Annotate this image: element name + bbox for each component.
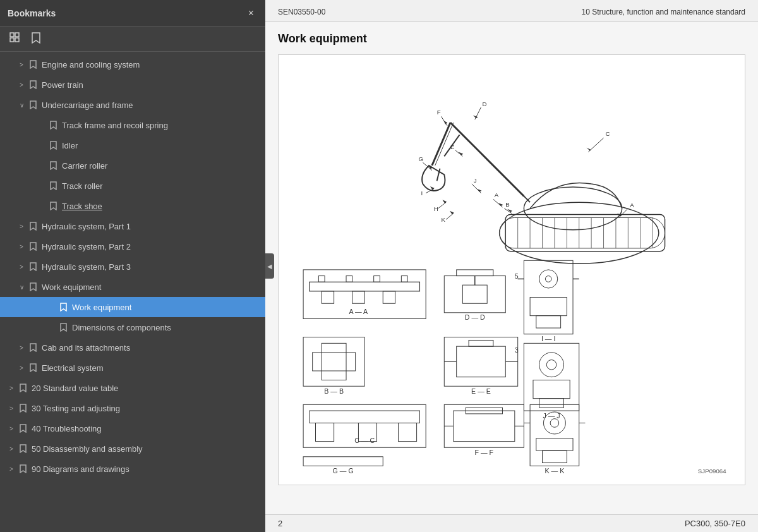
item-label: Idler — [62, 141, 260, 150]
toolbar — [0, 27, 265, 52]
item-label: Power train — [42, 80, 260, 90]
tree-item-undercarriage[interactable]: Undercarriage and frame — [0, 95, 265, 115]
svg-rect-106 — [310, 411, 420, 423]
grid-view-button[interactable] — [6, 30, 24, 47]
expand-arrow[interactable] — [16, 223, 27, 230]
item-label: Track roller — [62, 181, 260, 191]
item-label: 50 Disassembly and assembly — [32, 444, 260, 454]
tree-item-diagrams[interactable]: 90 Diagrams and drawings — [0, 459, 265, 479]
svg-marker-57 — [442, 200, 447, 203]
svg-text:B — B: B — B — [324, 387, 344, 395]
bookmark-icon — [18, 382, 28, 394]
svg-text:A — A: A — A — [349, 308, 369, 315]
tree-item-troubleshooting[interactable]: 40 Troubleshooting — [0, 418, 265, 438]
item-label: 90 Diagrams and drawings — [32, 464, 260, 474]
svg-rect-93 — [457, 346, 506, 377]
expand-arrow[interactable] — [16, 344, 27, 351]
svg-text:C — C: C — C — [354, 437, 375, 444]
item-label: 20 Standard value table — [32, 384, 260, 393]
section-bb: B — B — [303, 337, 364, 395]
tree-container[interactable]: Engine and cooling systemPower trainUnde… — [0, 52, 265, 532]
bookmark-icon — [48, 140, 58, 151]
svg-rect-69 — [318, 276, 325, 282]
item-label: Dimensions of components — [72, 323, 260, 332]
expand-arrow[interactable] — [16, 82, 27, 88]
panel-collapse-button[interactable]: ◀ — [265, 253, 274, 279]
tree-item-power-train[interactable]: Power train — [0, 75, 265, 95]
svg-rect-0 — [10, 33, 14, 37]
item-label: Work equipment — [72, 303, 260, 312]
expand-arrow[interactable] — [16, 365, 27, 372]
bookmarks-panel: Bookmarks × Engine and cooling systemP — [0, 0, 265, 532]
bookmark-tool-button[interactable] — [28, 30, 44, 47]
tree-item-idler[interactable]: Idler — [0, 135, 265, 155]
tree-item-dimensions[interactable]: Dimensions of components — [0, 317, 265, 337]
document-model: PC300, 350-7E0 — [685, 519, 745, 528]
bookmark-tool-icon — [31, 32, 41, 45]
bookmark-icon — [18, 443, 28, 454]
close-button[interactable]: × — [244, 6, 258, 20]
tree-item-carrier-roller[interactable]: Carrier roller — [0, 155, 265, 176]
expand-arrow[interactable] — [16, 263, 27, 270]
svg-line-25 — [481, 154, 530, 203]
bookmark-icon — [28, 261, 38, 272]
section-aa: A — A — [303, 270, 426, 319]
svg-text:F: F — [437, 109, 441, 116]
svg-rect-71 — [374, 276, 380, 282]
svg-rect-65 — [310, 282, 420, 291]
tree-item-disassembly[interactable]: 50 Disassembly and assembly — [0, 438, 265, 459]
tree-item-hydraulic-1[interactable]: Hydraulic system, Part 1 — [0, 216, 265, 236]
diagram-area: F D C G E — [278, 54, 745, 485]
tree-item-electrical[interactable]: Electrical system — [0, 358, 265, 378]
document-ref: SEN03550-00 — [278, 8, 325, 16]
expand-arrow[interactable] — [16, 102, 27, 109]
item-label: Work equipment — [42, 282, 260, 292]
tree-item-track-frame[interactable]: Track frame and recoil spring — [0, 115, 265, 135]
document-section: 10 Structure, function and maintenance s… — [582, 8, 746, 16]
svg-rect-3 — [15, 38, 19, 42]
tree-item-std-table[interactable]: 20 Standard value table — [0, 378, 265, 398]
svg-point-121 — [550, 419, 559, 428]
expand-arrow[interactable] — [6, 405, 16, 412]
svg-line-46 — [493, 199, 503, 207]
svg-marker-36 — [586, 148, 591, 151]
expand-arrow[interactable] — [16, 284, 27, 291]
svg-text:G — G: G — G — [333, 467, 354, 475]
svg-text:K — K: K — K — [545, 467, 565, 475]
tree-item-work-equipment-child[interactable]: Work equipment — [0, 297, 265, 317]
svg-point-100 — [539, 353, 564, 377]
expand-arrow[interactable] — [16, 61, 27, 68]
svg-text:C: C — [605, 130, 610, 137]
expand-arrow[interactable] — [6, 385, 16, 392]
tree-item-cab[interactable]: Cab and its attachments — [0, 337, 265, 358]
tree-item-track-roller[interactable]: Track roller — [0, 176, 265, 196]
section-jj: 3 J — J — [515, 343, 579, 419]
svg-rect-123 — [543, 450, 567, 462]
svg-text:D: D — [482, 100, 486, 107]
document-panel: SEN03550-00 10 Structure, function and m… — [265, 0, 758, 532]
svg-rect-109 — [399, 423, 417, 441]
tree-item-engine[interactable]: Engine and cooling system — [0, 54, 265, 75]
item-label: Hydraulic system, Part 2 — [42, 242, 260, 251]
tree-item-track-shoe[interactable]: Track shoe — [0, 196, 265, 216]
item-label: 30 Testing and adjusting — [32, 404, 260, 413]
section-ii: I — I — [518, 260, 579, 342]
svg-rect-111 — [303, 457, 383, 466]
tree-item-testing[interactable]: 30 Testing and adjusting — [0, 398, 265, 418]
svg-text:F — F: F — F — [475, 449, 494, 456]
tree-item-work-equipment-parent[interactable]: Work equipment — [0, 277, 265, 297]
svg-rect-72 — [401, 276, 407, 282]
expand-arrow[interactable] — [6, 445, 16, 452]
svg-rect-103 — [539, 399, 564, 408]
tree-item-hydraulic-3[interactable]: Hydraulic system, Part 3 — [0, 257, 265, 277]
expand-arrow[interactable] — [6, 425, 16, 432]
bookmark-icon — [28, 241, 38, 252]
expand-arrow[interactable] — [16, 243, 27, 250]
svg-text:A: A — [630, 202, 634, 209]
svg-rect-2 — [10, 38, 14, 42]
item-label: Hydraulic system, Part 1 — [42, 222, 260, 231]
expand-arrow[interactable] — [6, 466, 16, 473]
svg-text:E — E: E — E — [471, 387, 491, 395]
tree-item-hydraulic-2[interactable]: Hydraulic system, Part 2 — [0, 236, 265, 257]
svg-text:J — J: J — J — [543, 412, 560, 420]
